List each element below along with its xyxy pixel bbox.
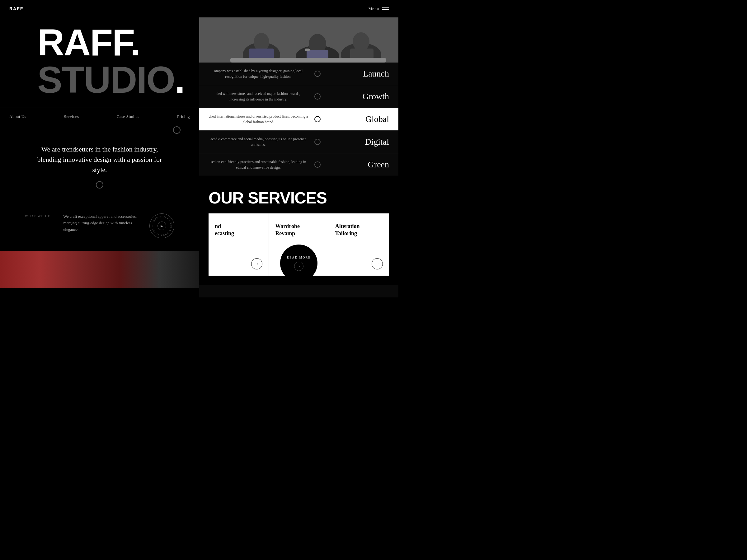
timeline-growth: ded with new stores and received major f… <box>199 85 398 108</box>
service-card-trend: ndecasting → <box>209 213 268 276</box>
service-trend-name: ndecasting <box>215 223 262 237</box>
timeline-growth-label: Growth <box>327 91 389 101</box>
nav-case-studies[interactable]: Case Studies <box>117 114 139 119</box>
timeline-digital-label: Digital <box>327 137 389 147</box>
nav-bar: About Us Services Case Studies Pricing <box>0 108 199 125</box>
timeline-global-label: Global <box>327 114 389 124</box>
hero-raff-text: RAFF.STUDIO. <box>37 24 190 98</box>
menu-button[interactable]: Menu <box>368 6 389 11</box>
read-more-arrow[interactable]: → <box>294 262 304 271</box>
menu-label: Menu <box>368 6 379 11</box>
timeline-digital: aced e-commerce and social media, boosti… <box>199 131 398 153</box>
play-button[interactable]: ▶ <box>157 221 166 230</box>
service-alteration-name: AlterationTailoring <box>335 223 383 237</box>
description-text: We are trendsetters in the fashion indus… <box>34 144 165 175</box>
service-card-wardrobe: WardrobeRevamp READ MORE → <box>268 213 329 276</box>
logo: RAFF <box>9 6 23 11</box>
timeline-growth-dot <box>314 93 320 100</box>
timeline-digital-dot <box>314 139 320 145</box>
timeline-global-desc: ched international stores and diversifie… <box>209 113 308 125</box>
nav-pricing[interactable]: Pricing <box>177 114 190 119</box>
timeline-launch: ompany was established by a young design… <box>199 62 398 85</box>
timeline: ompany was established by a young design… <box>199 62 398 176</box>
timeline-green-label: Green <box>327 160 389 169</box>
circular-badge[interactable]: · YOUR STYLE · BEGIN YOUR STORY · ▶ <box>149 213 174 238</box>
service-alteration-arrow[interactable]: → <box>371 258 383 269</box>
svg-point-7 <box>353 32 369 51</box>
what-we-do-description: We craft exceptional apparel and accesso… <box>63 213 137 233</box>
service-card-alteration: AlterationTailoring → <box>329 213 389 276</box>
menu-line-1 <box>382 7 389 8</box>
hero-title: RAFF.STUDIO. <box>0 18 199 108</box>
people-image <box>199 18 398 62</box>
timeline-green-desc: sed on eco-friendly practices and sustai… <box>209 159 308 170</box>
what-we-do-label: WHAT WE DO <box>25 213 51 218</box>
timeline-global-dot <box>314 116 320 122</box>
menu-line-2 <box>382 9 389 10</box>
read-more-card[interactable]: READ MORE → <box>280 244 317 282</box>
description-section: We are trendsetters in the fashion indus… <box>0 125 199 207</box>
left-column: RAFF.STUDIO. About Us Services Case Stud… <box>0 18 199 297</box>
hero-studio-text: STUDIO. <box>37 61 190 98</box>
timeline-launch-dot <box>314 71 320 77</box>
top-photo <box>199 18 398 62</box>
timeline-global[interactable]: ched international stores and diversifie… <box>199 108 398 131</box>
section-indicator <box>96 181 103 189</box>
main-layout: RAFF.STUDIO. About Us Services Case Stud… <box>0 18 398 297</box>
service-trend-arrow[interactable]: → <box>251 258 262 269</box>
scroll-indicator <box>173 126 181 134</box>
right-column: ompany was established by a young design… <box>199 18 398 297</box>
timeline-digital-desc: aced e-commerce and social media, boosti… <box>209 136 308 148</box>
timeline-growth-desc: ded with new stores and received major f… <box>209 91 308 102</box>
hero-dot: . <box>175 59 184 101</box>
our-services-section: OUR SERVICES ndecasting → WardrobeRevamp <box>199 176 398 285</box>
header: RAFF Menu <box>0 0 398 18</box>
timeline-green-dot <box>314 161 320 168</box>
timeline-green: sed on eco-friendly practices and sustai… <box>199 153 398 176</box>
timeline-launch-desc: ompany was established by a young design… <box>209 68 308 79</box>
timeline-launch-label: Launch <box>327 69 389 79</box>
svg-rect-12 <box>230 58 386 62</box>
hamburger-icon <box>382 7 389 10</box>
svg-rect-11 <box>305 49 310 51</box>
read-more-text: READ MORE <box>287 256 311 259</box>
service-wardrobe-name: WardrobeRevamp <box>275 223 322 237</box>
services-title: OUR SERVICES <box>209 189 389 207</box>
services-cards: ndecasting → WardrobeRevamp READ MORE → <box>209 213 389 276</box>
nav-services[interactable]: Services <box>64 114 79 119</box>
photo-content <box>0 251 199 288</box>
nav-about[interactable]: About Us <box>9 114 26 119</box>
bottom-photo <box>0 251 199 288</box>
what-we-do-section: WHAT WE DO We craft exceptional apparel … <box>0 207 199 244</box>
